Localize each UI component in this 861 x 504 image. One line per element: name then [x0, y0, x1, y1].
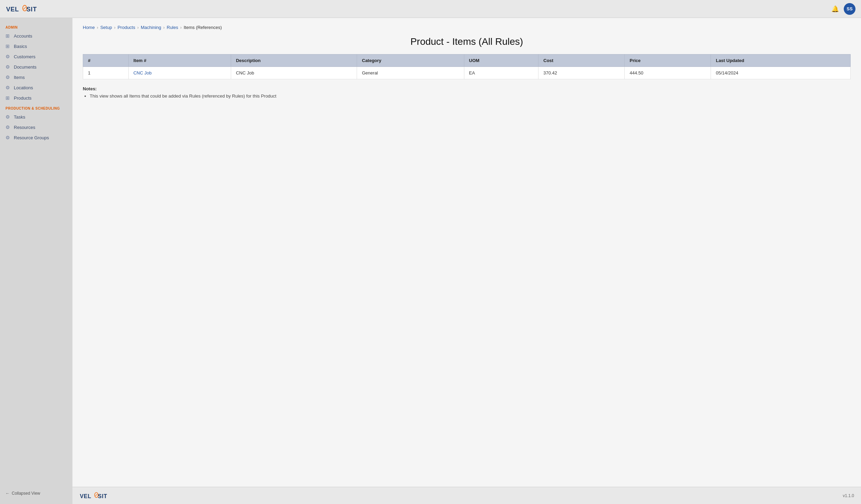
- cell-description: CNC Job: [231, 67, 357, 79]
- breadcrumb-sep-4: ›: [163, 25, 165, 30]
- accounts-label: Accounts: [14, 33, 32, 39]
- breadcrumb: Home › Setup › Products › Machining › Ru…: [83, 25, 851, 30]
- breadcrumb-machining[interactable]: Machining: [141, 25, 161, 30]
- table-header-row: # Item # Description Category UOM Cost P…: [83, 54, 851, 67]
- content-inner: Home › Setup › Products › Machining › Ru…: [72, 18, 861, 487]
- sidebar-item-basics[interactable]: ⊞ Basics: [0, 41, 72, 51]
- table-row: 1 CNC Job CNC Job General EA 370.42 444.…: [83, 67, 851, 79]
- resources-icon: ⚙: [6, 124, 11, 130]
- col-header-category: Category: [357, 54, 464, 67]
- notes-list: This view shows all Items that could be …: [83, 93, 851, 100]
- customers-label: Customers: [14, 54, 36, 59]
- notes-section: Notes: This view shows all Items that co…: [83, 86, 851, 100]
- col-header-item-num: Item #: [128, 54, 231, 67]
- admin-section-label: ADMIN: [0, 22, 72, 31]
- sidebar-item-items[interactable]: ⚙ Items: [0, 72, 72, 82]
- locations-label: Locations: [14, 85, 33, 90]
- resources-label: Resources: [14, 125, 35, 130]
- col-header-last-updated: Last Updated: [711, 54, 851, 67]
- resource-groups-icon: ⚙: [6, 135, 11, 140]
- breadcrumb-rules[interactable]: Rules: [167, 25, 178, 30]
- col-header-cost: Cost: [538, 54, 625, 67]
- collapsed-view-button[interactable]: ← Collapsed View: [0, 487, 72, 500]
- footer-logo-svg: VEL SITY: [79, 491, 107, 501]
- cell-last-updated: 05/14/2024: [711, 67, 851, 79]
- svg-text:SITY: SITY: [27, 6, 37, 13]
- header-right: 🔔 SS: [831, 3, 855, 15]
- sidebar-item-products[interactable]: ⊞ Products: [0, 93, 72, 103]
- breadcrumb-sep-5: ›: [180, 25, 182, 30]
- items-table: # Item # Description Category UOM Cost P…: [83, 54, 851, 79]
- breadcrumb-home[interactable]: Home: [83, 25, 95, 30]
- resource-groups-label: Resource Groups: [14, 135, 49, 140]
- version-label: v1.1.0: [843, 493, 854, 498]
- cell-uom: EA: [464, 67, 538, 79]
- sidebar-item-documents[interactable]: ⚙ Documents: [0, 62, 72, 72]
- breadcrumb-sep-3: ›: [137, 25, 139, 30]
- cell-item-num-link[interactable]: CNC Job: [128, 67, 231, 79]
- cell-category: General: [357, 67, 464, 79]
- notification-bell-icon[interactable]: 🔔: [831, 5, 839, 13]
- tasks-label: Tasks: [14, 114, 25, 120]
- breadcrumb-current: Items (References): [184, 25, 222, 30]
- customers-icon: ⚙: [6, 54, 11, 59]
- sidebar-item-resources[interactable]: ⚙ Resources: [0, 122, 72, 132]
- products-icon: ⊞: [6, 95, 11, 101]
- accounts-icon: ⊞: [6, 33, 11, 39]
- documents-label: Documents: [14, 64, 37, 70]
- sidebar: ADMIN ⊞ Accounts ⊞ Basics ⚙ Customers ⚙ …: [0, 18, 72, 504]
- arrow-left-icon: ←: [6, 491, 10, 496]
- basics-icon: ⊞: [6, 43, 11, 49]
- footer: VEL SITY v1.1.0: [72, 487, 861, 504]
- svg-text:VEL: VEL: [80, 493, 91, 499]
- basics-label: Basics: [14, 44, 27, 49]
- notes-label: Notes:: [83, 86, 851, 91]
- col-header-num: #: [83, 54, 129, 67]
- notes-item-0: This view shows all Items that could be …: [90, 93, 851, 100]
- logo-svg: VEL SITY: [6, 3, 37, 15]
- products-label: Products: [14, 95, 31, 101]
- items-label: Items: [14, 75, 25, 80]
- svg-line-2: [23, 7, 26, 9]
- sidebar-item-resource-groups[interactable]: ⚙ Resource Groups: [0, 132, 72, 143]
- sidebar-item-accounts[interactable]: ⊞ Accounts: [0, 31, 72, 41]
- svg-line-6: [96, 494, 98, 496]
- logo: VEL SITY: [6, 3, 37, 15]
- svg-text:SITY: SITY: [98, 493, 107, 499]
- tasks-icon: ⚙: [6, 114, 11, 120]
- breadcrumb-products[interactable]: Products: [118, 25, 135, 30]
- sidebar-item-tasks[interactable]: ⚙ Tasks: [0, 112, 72, 122]
- col-header-price: Price: [625, 54, 711, 67]
- collapsed-view-label: Collapsed View: [12, 491, 40, 496]
- production-section-label: PRODUCTION & SCHEDULING: [0, 103, 72, 112]
- svg-text:VEL: VEL: [6, 6, 19, 13]
- avatar[interactable]: SS: [844, 3, 855, 15]
- sidebar-item-customers[interactable]: ⚙ Customers: [0, 51, 72, 62]
- breadcrumb-sep-2: ›: [114, 25, 116, 30]
- col-header-description: Description: [231, 54, 357, 67]
- cell-cost: 370.42: [538, 67, 625, 79]
- cell-price: 444.50: [625, 67, 711, 79]
- breadcrumb-setup[interactable]: Setup: [100, 25, 112, 30]
- cell-num: 1: [83, 67, 129, 79]
- page-title: Product - Items (All Rules): [83, 36, 851, 47]
- breadcrumb-sep-1: ›: [97, 25, 98, 30]
- locations-icon: ⚙: [6, 85, 11, 90]
- top-header: VEL SITY 🔔 SS: [0, 0, 861, 18]
- main-layout: ADMIN ⊞ Accounts ⊞ Basics ⚙ Customers ⚙ …: [0, 18, 861, 504]
- sidebar-item-locations[interactable]: ⚙ Locations: [0, 82, 72, 93]
- items-icon: ⚙: [6, 74, 11, 80]
- col-header-uom: UOM: [464, 54, 538, 67]
- content-area: Home › Setup › Products › Machining › Ru…: [72, 18, 861, 504]
- documents-icon: ⚙: [6, 64, 11, 70]
